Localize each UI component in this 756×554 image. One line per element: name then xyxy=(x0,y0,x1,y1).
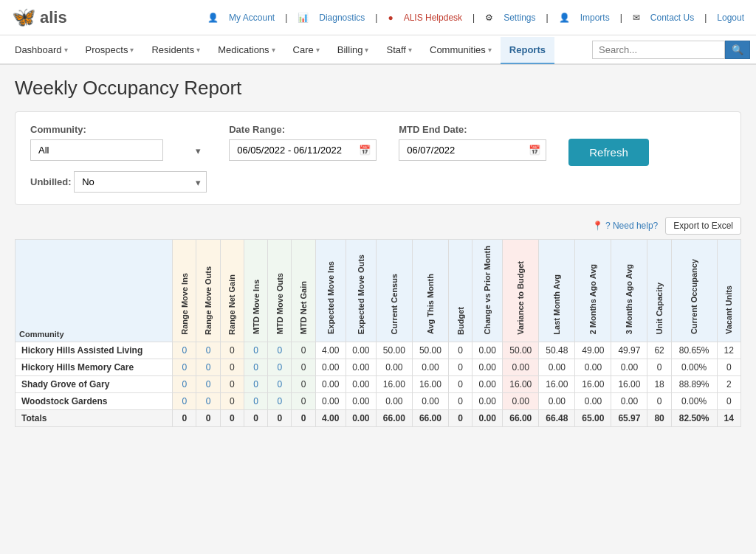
nav-item-staff[interactable]: Staff▾ xyxy=(377,37,421,64)
export-to-excel-button[interactable]: Export to Excel xyxy=(665,217,741,235)
chevron-icon: ▾ xyxy=(365,46,368,54)
data-cell: 16.00 xyxy=(412,376,448,393)
data-cell: 0 xyxy=(717,393,740,410)
page-title: Weekly Occupancy Report xyxy=(15,77,741,100)
data-cell: 12 xyxy=(717,342,740,359)
data-cell: 0 xyxy=(220,359,244,376)
totals-cell: 66.00 xyxy=(503,410,539,427)
logout-link[interactable]: Logout xyxy=(717,13,744,23)
nav-item-prospects[interactable]: Prospects▾ xyxy=(77,37,143,64)
contact-us-link[interactable]: Contact Us xyxy=(650,13,694,23)
top-nav-divider2: | xyxy=(375,13,377,23)
data-cell[interactable]: 0 xyxy=(268,359,292,376)
data-cell[interactable]: 0 xyxy=(173,342,196,359)
totals-cell: 65.97 xyxy=(611,410,647,427)
data-cell[interactable]: 0 xyxy=(196,342,220,359)
data-cell: 0 xyxy=(647,393,671,410)
community-cell[interactable]: Woodstock Gardens xyxy=(16,393,173,410)
search-input[interactable] xyxy=(592,41,725,59)
diagnostics-link[interactable]: Diagnostics xyxy=(319,13,365,23)
community-cell[interactable]: Hickory Hills Assisted Living xyxy=(16,342,173,359)
page-content: Weekly Occupancy Report Community: All ▾… xyxy=(0,65,756,439)
data-cell: 50.00 xyxy=(412,342,448,359)
community-select[interactable]: All xyxy=(30,139,163,161)
table-row: Hickory Hills Memory Care0000000.000.000… xyxy=(16,359,741,376)
date-range-input[interactable] xyxy=(229,139,377,161)
data-cell: 0.00 xyxy=(472,342,503,359)
th-expected-move-outs: Expected Move Outs xyxy=(346,240,376,342)
data-cell: 0.00 xyxy=(315,359,346,376)
data-cell: 0.00% xyxy=(671,359,717,376)
nav-item-care[interactable]: Care▾ xyxy=(284,37,329,64)
data-cell: 0.00 xyxy=(472,376,503,393)
nav-item-residents[interactable]: Residents▾ xyxy=(142,37,209,64)
imports-link[interactable]: Imports xyxy=(580,13,610,23)
nav-item-dashboard[interactable]: Dashboard▾ xyxy=(6,37,77,64)
data-cell: 50.00 xyxy=(376,342,412,359)
th-current-census: Current Census xyxy=(376,240,412,342)
data-cell[interactable]: 0 xyxy=(268,342,292,359)
community-cell[interactable]: Hickory Hills Memory Care xyxy=(16,359,173,376)
totals-row: Totals0000004.000.0066.0066.0000.0066.00… xyxy=(16,410,741,427)
data-cell[interactable]: 0 xyxy=(268,393,292,410)
nav-item-billing[interactable]: Billing▾ xyxy=(329,37,378,64)
top-nav-divider: | xyxy=(285,13,287,23)
th-range-net-gain: Range Net Gain xyxy=(220,240,244,342)
calendar-icon[interactable]: 📅 xyxy=(529,145,540,156)
totals-cell: 0 xyxy=(196,410,220,427)
nav-item-reports[interactable]: Reports xyxy=(501,37,554,64)
th-mtd-move-outs: MTD Move Outs xyxy=(268,240,292,342)
data-cell: 2 xyxy=(717,376,740,393)
data-cell: 0 xyxy=(448,376,472,393)
data-cell[interactable]: 0 xyxy=(173,359,196,376)
data-cell: 49.00 xyxy=(575,342,611,359)
filter-row: Community: All ▾ Unbilled: No Yes ▾ xyxy=(30,124,726,193)
community-cell[interactable]: Shady Grove of Gary xyxy=(16,376,173,393)
unbilled-select[interactable]: No Yes xyxy=(74,171,207,193)
th-range-move-ins: Range Move Ins xyxy=(173,240,196,342)
totals-cell: 4.00 xyxy=(315,410,346,427)
nav-item-communities[interactable]: Communities▾ xyxy=(421,37,501,64)
th-three-months-ago-avg: 3 Months Ago Avg xyxy=(611,240,647,342)
th-mtd-move-ins: MTD Move Ins xyxy=(244,240,267,342)
helpdesk-link[interactable]: ALIS Helpdesk xyxy=(404,13,462,23)
data-cell[interactable]: 0 xyxy=(244,359,267,376)
refresh-button[interactable]: Refresh xyxy=(568,139,649,166)
data-cell[interactable]: 0 xyxy=(196,376,220,393)
totals-cell: 0 xyxy=(173,410,196,427)
data-cell[interactable]: 0 xyxy=(173,393,196,410)
top-nav-icon-account: 👤 xyxy=(207,13,219,23)
data-cell[interactable]: 0 xyxy=(196,393,220,410)
nav-item-medications[interactable]: Medications▾ xyxy=(209,37,284,64)
data-cell: 0.00 xyxy=(412,393,448,410)
table-row: Shady Grove of Gary0000000.000.0016.0016… xyxy=(16,376,741,393)
data-cell[interactable]: 0 xyxy=(244,393,267,410)
data-cell[interactable]: 0 xyxy=(196,359,220,376)
data-cell[interactable]: 0 xyxy=(268,376,292,393)
report-table-wrap: Community Range Move Ins Range Move Outs… xyxy=(15,239,741,427)
top-nav-divider5: | xyxy=(620,13,622,23)
totals-label: Totals xyxy=(16,410,173,427)
data-cell: 0 xyxy=(220,342,244,359)
data-cell[interactable]: 0 xyxy=(244,376,267,393)
chevron-icon: ▾ xyxy=(272,46,275,54)
data-cell[interactable]: 0 xyxy=(173,376,196,393)
calendar-icon[interactable]: 📅 xyxy=(359,145,371,156)
data-cell: 62 xyxy=(647,342,671,359)
chevron-down-icon: ▾ xyxy=(196,145,201,156)
data-cell: 80.65% xyxy=(671,342,717,359)
th-current-occupancy: Current Occupancy xyxy=(671,240,717,342)
totals-cell: 0 xyxy=(220,410,244,427)
logo-butterfly: 🦋 xyxy=(12,6,35,29)
chevron-icon: ▾ xyxy=(408,46,412,54)
my-account-link[interactable]: My Account xyxy=(229,13,275,23)
settings-link[interactable]: Settings xyxy=(504,13,535,23)
mtd-end-date-input[interactable] xyxy=(399,139,546,161)
need-help-link[interactable]: 📍 ? Need help? xyxy=(592,221,659,231)
data-cell[interactable]: 0 xyxy=(244,342,267,359)
data-cell: 0.00 xyxy=(346,376,376,393)
search-button[interactable]: 🔍 xyxy=(725,41,750,59)
data-cell: 0 xyxy=(647,359,671,376)
th-unit-capacity: Unit Capacity xyxy=(647,240,671,342)
totals-cell: 0 xyxy=(448,410,472,427)
